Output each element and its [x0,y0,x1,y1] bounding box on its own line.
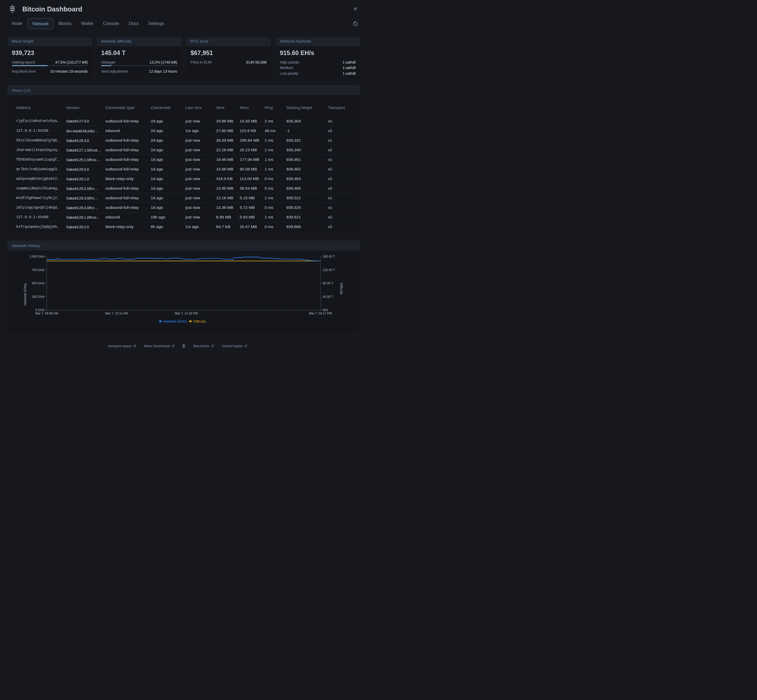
svg-text:160.00 T: 160.00 T [323,255,335,258]
svg-text:Hashrate (EH/s): Hashrate (EH/s) [164,320,187,323]
svg-text:Difficulty: Difficulty [339,283,343,294]
svg-text:1,000 EH/s: 1,000 EH/s [29,255,44,258]
svg-text:Mar 7, 12:16 PM: Mar 7, 12:16 PM [175,312,198,315]
svg-text:Hashrate (EH/s): Hashrate (EH/s) [23,283,27,306]
svg-text:80.00 T: 80.00 T [323,281,333,285]
svg-text:750 EH/s: 750 EH/s [32,268,44,272]
svg-text:0 EH/s: 0 EH/s [35,308,44,312]
svg-text:120.00 T: 120.00 T [323,268,335,272]
svg-text:Difficulty: Difficulty [193,320,206,323]
svg-text:250 EH/s: 250 EH/s [32,295,44,298]
svg-text:N/A: N/A [323,308,328,312]
svg-text:Mar 7, 08:06 AM: Mar 7, 08:06 AM [35,312,58,315]
svg-text:500 EH/s: 500 EH/s [32,281,44,285]
svg-text:Mar 7, 04:17 PM: Mar 7, 04:17 PM [309,312,332,315]
svg-text:40.00 T: 40.00 T [323,295,333,298]
svg-text:Mar 7, 10:11 AM: Mar 7, 10:11 AM [105,312,128,315]
